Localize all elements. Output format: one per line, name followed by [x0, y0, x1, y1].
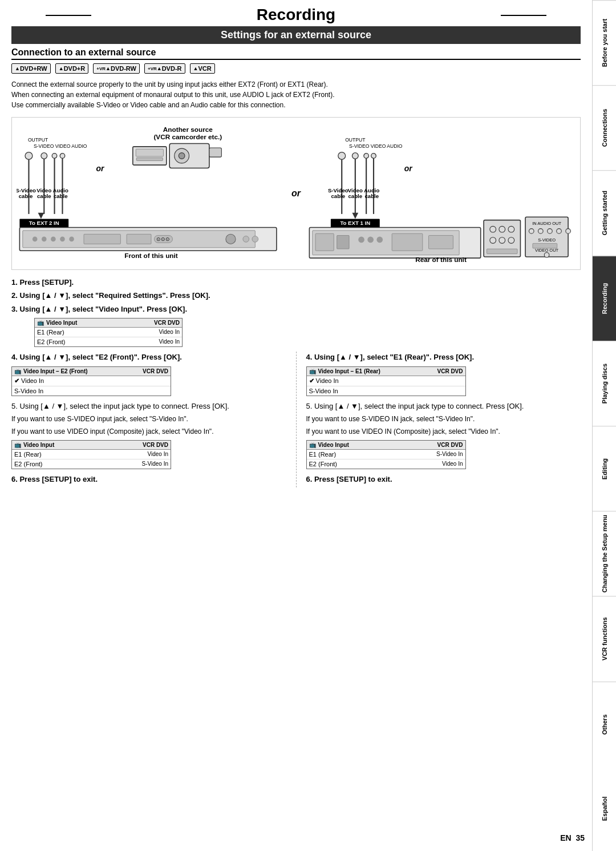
svg-text:or: or: [404, 164, 414, 173]
svg-rect-72: [429, 235, 453, 249]
svg-point-31: [33, 237, 38, 242]
svg-rect-71: [392, 233, 423, 251]
svg-rect-36: [84, 234, 120, 244]
svg-text:OUTPUT: OUTPUT: [28, 137, 48, 143]
svg-text:cable: cable: [54, 193, 68, 199]
svg-point-77: [490, 237, 496, 244]
step-1: 1. Press [SETUP].: [11, 277, 581, 288]
two-col-steps: 4. Using [▲ / ▼], select "E2 (Front)". P…: [11, 352, 581, 487]
steps-1-3: 1. Press [SETUP]. 2. Using [▲ / ▼], sele…: [11, 277, 581, 348]
svg-point-14: [60, 154, 65, 159]
sidebar: Before you start Connections Getting sta…: [592, 0, 616, 851]
svg-text:Rear of this unit: Rear of this unit: [415, 256, 467, 263]
sidebar-item-getting-started[interactable]: Getting started: [593, 170, 616, 255]
step-3: 3. Using [▲ / ▼], select "Video Input". …: [11, 304, 581, 315]
svg-text:(VCR camcorder etc.): (VCR camcorder etc.): [153, 133, 222, 140]
table-row: S-Video In: [307, 386, 465, 396]
svg-marker-26: [38, 213, 44, 219]
svg-text:S-VIDEO: S-VIDEO: [538, 237, 556, 243]
svg-point-79: [508, 237, 514, 244]
svg-point-38: [226, 234, 236, 244]
sidebar-item-setup-menu[interactable]: Changing the Setup menu: [593, 511, 616, 596]
sidebar-item-before-you-start[interactable]: Before you start: [593, 0, 616, 85]
sidebar-item-connections[interactable]: Connections: [593, 85, 616, 170]
footer: EN 35: [560, 833, 585, 842]
disc-icon-dvd-r: ▲DVD+R: [55, 63, 89, 74]
svg-point-76: [508, 226, 514, 232]
sidebar-item-recording[interactable]: Recording: [593, 256, 616, 341]
svg-text:⊙⊙⊙: ⊙⊙⊙: [156, 236, 170, 242]
svg-text:S-VIDEO  VIDEO  AUDIO: S-VIDEO VIDEO AUDIO: [34, 143, 87, 149]
svg-text:OUTPUT: OUTPUT: [345, 137, 366, 143]
svg-point-12: [41, 153, 47, 159]
disc-icon-dvd-rw: ▲DVD+RW: [11, 63, 51, 74]
svg-rect-80: [487, 249, 517, 254]
sidebar-item-editing[interactable]: Editing: [593, 426, 616, 511]
svg-point-83: [529, 229, 534, 234]
svg-point-5: [179, 153, 185, 159]
col-right: 4. Using [▲ / ▼], select "E1 (Rear)". Pr…: [298, 352, 581, 487]
page-title: Recording: [11, 6, 581, 24]
table-row: E1 (Rear) Video In: [35, 328, 182, 337]
svg-point-69: [367, 237, 374, 243]
svg-point-13: [52, 154, 57, 159]
svg-rect-8: [136, 158, 163, 160]
svg-text:cable: cable: [348, 193, 362, 199]
svg-point-46: [338, 152, 346, 160]
diagram-right-svg: OUTPUT S-VIDEO VIDEO AUDIO or S-Video ca…: [306, 122, 576, 263]
step5-right-desc-2: If you want to use VIDEO IN (Composite) …: [306, 426, 581, 437]
table-row: S-Video In: [12, 386, 171, 396]
svg-text:cable: cable: [37, 193, 51, 199]
disc-icon-vr-dvd-r: +VR▲DVD-R: [144, 63, 185, 74]
table-row: E1 (Rear) Video In: [12, 450, 171, 459]
step3-table: 📺 Video Input VCR DVD E1 (Rear) Video In…: [34, 318, 183, 347]
svg-point-33: [51, 237, 56, 242]
col-left: 4. Using [▲ / ▼], select "E2 (Front)". P…: [11, 352, 286, 487]
disc-icons-bar: ▲DVD+RW ▲DVD+R +VR▲DVD-RW +VR▲DVD-R ▲VCR: [11, 63, 581, 74]
step4-right-table: 📺 Video Input – E1 (Rear) VCR DVD ✔ Vide…: [306, 366, 466, 396]
sidebar-item-others[interactable]: Others: [593, 681, 616, 767]
sidebar-item-espanol[interactable]: Español: [593, 767, 616, 851]
svg-text:To EXT 1 IN: To EXT 1 IN: [340, 220, 370, 226]
svg-text:Front of this unit: Front of this unit: [124, 252, 178, 259]
disc-icon-vcr: ▲VCR: [190, 63, 215, 74]
svg-point-32: [42, 237, 47, 242]
svg-point-74: [490, 226, 496, 232]
table-row: E1 (Rear) S-Video In: [307, 450, 465, 459]
svg-point-70: [376, 237, 383, 243]
step-4-left: 4. Using [▲ / ▼], select "E2 (Front)". P…: [11, 352, 286, 363]
svg-point-85: [548, 229, 553, 234]
svg-text:cable: cable: [19, 193, 33, 199]
table-row: E2 (Front) S-Video In: [12, 459, 171, 469]
main-content: Recording Settings for an external sourc…: [0, 0, 592, 851]
svg-point-91: [544, 252, 549, 257]
svg-text:or: or: [96, 164, 105, 173]
step5-left-table: 📺 Video Input VCR DVD E1 (Rear) Video In…: [11, 440, 171, 469]
svg-text:cable: cable: [331, 193, 345, 199]
table-row: ✔ Video In: [307, 376, 465, 386]
svg-rect-7: [136, 149, 163, 156]
svg-rect-3: [209, 148, 221, 157]
svg-text:To EXT 2 IN: To EXT 2 IN: [29, 220, 59, 226]
table-row: ✔ Video In: [12, 376, 171, 386]
svg-rect-37: [127, 234, 151, 244]
step-5-right: 5. Using [▲ / ▼], select the input jack …: [306, 401, 581, 412]
svg-point-78: [499, 237, 505, 244]
diagram-right: OUTPUT S-VIDEO VIDEO AUDIO or S-Video ca…: [306, 122, 576, 265]
svg-point-34: [60, 237, 65, 242]
intro-text: Connect the external source properly to …: [11, 79, 581, 110]
svg-point-40: [252, 236, 258, 243]
step-2: 2. Using [▲ / ▼], select "Required Setti…: [11, 290, 581, 301]
sidebar-item-vcr-functions[interactable]: VCR functions: [593, 596, 616, 681]
diagram-left: Another source (VCR camcorder etc.) OUTP…: [17, 122, 286, 265]
svg-text:S-VIDEO  VIDEO  AUDIO: S-VIDEO VIDEO AUDIO: [349, 143, 403, 149]
sidebar-item-playing-discs[interactable]: Playing discs: [593, 341, 616, 426]
table-row: E2 (Front) Video In: [35, 337, 182, 346]
disc-icon-vr-dvd-rw: +VR▲DVD-RW: [93, 63, 140, 74]
step5-right-table: 📺 Video Input VCR DVD E1 (Rear) S-Video …: [306, 440, 466, 469]
svg-point-39: [243, 236, 249, 243]
svg-point-49: [371, 154, 376, 159]
svg-point-84: [538, 229, 544, 234]
svg-text:Another source: Another source: [163, 126, 213, 133]
diagram-left-svg: Another source (VCR camcorder etc.) OUTP…: [17, 122, 286, 263]
